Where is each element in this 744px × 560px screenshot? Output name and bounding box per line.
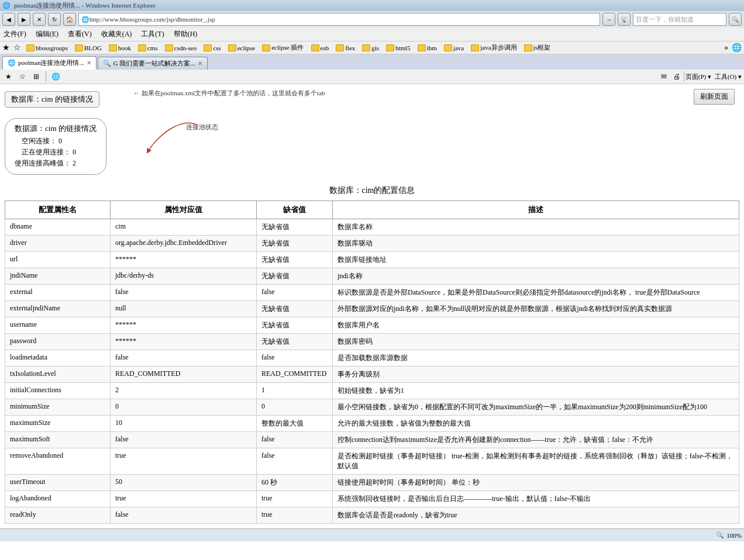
cell-desc: 外部数据源对应的jndi名称，如果不为null说明对应的就是外部数据源，根据该j… <box>333 301 739 317</box>
mail-icon[interactable]: ✉ <box>658 71 670 82</box>
cell-value: false <box>111 507 257 524</box>
address-bar[interactable]: 🌐 http://www.bbossgroups.com/jsp/dbmonit… <box>78 13 600 26</box>
menu-tools[interactable]: 工具(T) <box>140 29 165 40</box>
page-menu[interactable]: 页面(P) ▾ <box>686 72 711 81</box>
back-button[interactable]: ◀ <box>2 13 15 26</box>
cell-value: false <box>111 432 257 448</box>
menu-file[interactable]: 文件(F) <box>2 29 27 40</box>
zoom-level: 100% <box>726 532 742 539</box>
table-row: externalfalsefalse标识数据源是否是外部DataSource，如… <box>5 285 739 301</box>
active-connections-value: 0 <box>73 148 76 156</box>
fav-book[interactable]: book <box>107 44 133 52</box>
tab-icon-2: 🔍 <box>103 60 111 67</box>
fav-bbossgroups[interactable]: bbossgroups <box>25 44 70 52</box>
tab-solution[interactable]: 🔍 G 我们需要一站式解决方案... ✕ <box>98 57 208 70</box>
fav-cms[interactable]: cms <box>136 44 160 52</box>
cell-desc: 最小空闲链接数，缺省为0，根据配置的不同可改为maximumSize的一半，如果… <box>333 399 739 416</box>
fav-java[interactable]: java <box>442 44 466 52</box>
table-row: readOnlyfalsetrue数据库会话是否是readonly，缺省为tru… <box>5 507 739 524</box>
menu-favorites[interactable]: 收藏夹(A) <box>100 29 133 40</box>
peak-connections-label: 使用连接高峰值： <box>15 159 71 167</box>
favorites-bar: ★ ☆ bbossgroups BLOG book cms csdn-seo c… <box>0 42 744 54</box>
add-icon[interactable]: ☆ <box>16 71 28 82</box>
favorites-star[interactable]: ★ <box>2 43 10 53</box>
menu-help[interactable]: 帮助(H) <box>173 29 199 40</box>
table-row: initialConnections21初始链接数，缺省为1 <box>5 383 739 399</box>
tabs-bar: 🌐 poolman连接池使用情... ✕ 🔍 G 我们需要一站式解决方案... … <box>0 54 744 70</box>
fav-gis[interactable]: gis <box>360 44 381 52</box>
tab-icon-1: 🌐 <box>8 59 16 67</box>
cell-desc: 标识数据源是否是外部DataSource，如果是外部DataSource则必须指… <box>333 285 739 301</box>
fav-java-async[interactable]: java异步调用 <box>469 43 518 53</box>
table-row: loadmetadatafalsefalse是否加载数据库源数据 <box>5 350 739 367</box>
search-placeholder: 百度一下，你就知道 <box>636 15 694 24</box>
favorites-more[interactable]: » <box>724 43 728 53</box>
title-bar: 🌐 poolman连接池使用情... - Windows Internet Ex… <box>0 0 744 11</box>
cell-value: 2 <box>111 383 257 399</box>
table-row: logAbandonedtruetrue系统强制回收链接时，是否输出后台日志——… <box>5 491 739 507</box>
fav-esb[interactable]: esb <box>309 44 331 52</box>
fav-flex[interactable]: flex <box>334 44 357 52</box>
address-text: http://www.bbossgroups.com/jsp/dbmonitor… <box>89 16 597 23</box>
menu-view[interactable]: 查看(V) <box>67 29 93 40</box>
cell-name: url <box>5 252 111 268</box>
cell-default: 无缺省值 <box>257 301 333 317</box>
tools-menu[interactable]: 工具(O) ▾ <box>715 72 742 81</box>
stop-button[interactable]: ✕ <box>33 13 46 26</box>
page-icon: 🌐 <box>2 2 11 9</box>
grid-icon[interactable]: ⊞ <box>30 71 42 82</box>
tab-close-1[interactable]: ✕ <box>87 60 91 66</box>
rss-button[interactable]: 📡 <box>618 13 631 26</box>
fav-html5[interactable]: html5 <box>384 44 412 52</box>
favorites-add[interactable]: ☆ <box>13 43 21 53</box>
star-icon[interactable]: ★ <box>2 71 14 82</box>
browser-chrome: 🌐 poolman连接池使用情... - Windows Internet Ex… <box>0 0 744 84</box>
fav-eclipse-plugins[interactable]: eclipse 插件 <box>260 43 305 53</box>
conn-info-container: 数据源：cim 的链接情况 空闲连接： 0 正在使用连接： 0 使用连接高峰值：… <box>5 113 106 179</box>
toolbar-divider <box>46 71 46 82</box>
cell-value: false <box>111 350 257 367</box>
print-icon[interactable]: 🖨 <box>671 71 683 82</box>
home-button[interactable]: 🏠 <box>63 13 76 26</box>
fav-js[interactable]: js框架 <box>522 43 552 53</box>
refresh-page-button[interactable]: 刷新页面 <box>694 89 735 105</box>
fav-blog[interactable]: BLOG <box>73 44 104 52</box>
cell-value: true <box>111 448 257 475</box>
menu-edit[interactable]: 编辑(E) <box>35 29 60 40</box>
cell-desc: 数据库密码 <box>333 334 739 350</box>
page-content: 刷新页面 数据库：cim 的链接情况 ← 如果在poolman.xml文件中配置… <box>0 84 744 528</box>
tab-close-2[interactable]: ✕ <box>198 60 202 67</box>
cell-name: externaljndiName <box>5 301 111 317</box>
cell-name: removeAbandoned <box>5 448 111 475</box>
cell-default: false <box>257 432 333 448</box>
go-button[interactable]: → <box>602 13 615 26</box>
forward-button[interactable]: ▶ <box>18 13 30 26</box>
cell-name: readOnly <box>5 507 111 524</box>
db-tab[interactable]: 数据库：cim 的链接情况 <box>5 91 99 108</box>
search-go-button[interactable]: 🔍 <box>729 13 742 26</box>
nav-bar: ◀ ▶ ✕ ↻ 🏠 🌐 http://www.bbossgroups.com/j… <box>0 11 744 27</box>
table-row: password******无缺省值数据库密码 <box>5 334 739 350</box>
cell-desc: 系统强制回收链接时，是否输出后台日志————true-输出，默认值；false-… <box>333 491 739 507</box>
cell-value: false <box>111 285 257 301</box>
idle-connections-value: 0 <box>58 137 62 145</box>
table-row: dbnamecim无缺省值数据库名称 <box>5 219 739 236</box>
page-tools: ✉ 🖨 页面(P) ▾ 工具(O) ▾ <box>658 71 742 82</box>
fav-css[interactable]: css <box>202 44 222 52</box>
cell-default: false <box>257 448 333 475</box>
fav-csdn-seo[interactable]: csdn-seo <box>163 44 199 52</box>
tab-poolman[interactable]: 🌐 poolman连接池使用情... ✕ <box>2 56 97 70</box>
fav-ibm[interactable]: ibm <box>416 44 439 52</box>
cell-desc: 数据库用户名 <box>333 317 739 334</box>
table-title: 数据库：cim的配置信息 <box>5 185 739 196</box>
cell-default: false <box>257 350 333 367</box>
search-bar[interactable]: 百度一下，你就知道 <box>633 13 726 26</box>
tools-divider <box>684 71 684 82</box>
refresh-button[interactable]: ↻ <box>48 13 61 26</box>
peak-connections-row: 使用连接高峰值： 2 <box>15 158 97 168</box>
table-row: username******无缺省值数据库用户名 <box>5 317 739 334</box>
menu-bar: 文件(F) 编辑(E) 查看(V) 收藏夹(A) 工具(T) 帮助(H) <box>0 27 744 42</box>
db-tab-label: 数据库：cim 的链接情况 <box>11 95 93 103</box>
fav-eclipse[interactable]: eclipse <box>226 44 257 52</box>
cell-value: 0 <box>111 399 257 416</box>
